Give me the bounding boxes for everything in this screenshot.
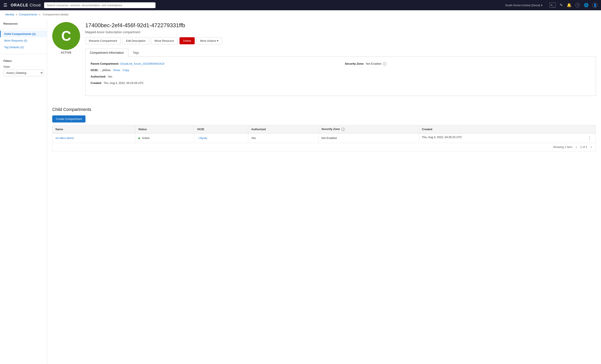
row-created: Thu, Aug 4, 2022, 04:30:23 UTC ⋮ (419, 133, 596, 143)
globe-icon[interactable]: 🌐 (584, 3, 589, 8)
help-icon[interactable]: ? (575, 3, 580, 8)
region-selector[interactable]: South Korea Central (Seoul) ▾ (505, 4, 542, 7)
authorized-value: Yes (108, 75, 112, 78)
delete-button[interactable]: Delete (180, 37, 195, 44)
table-row: oci-dbcs-demo Active ...f4yulq Yes Not E… (52, 133, 596, 143)
state-label: State (3, 65, 43, 68)
row-name-link[interactable]: oci-dbcs-demo (55, 136, 74, 140)
row-status: Active (135, 133, 194, 143)
child-compartments-title: Child Compartments (52, 107, 596, 112)
row-ocid: ...f4yulq (194, 133, 248, 143)
more-actions-button[interactable]: More Actions ▾ (196, 37, 222, 44)
ocid-copy-link[interactable]: Copy (122, 69, 129, 72)
user-icon[interactable]: 👤 (592, 3, 598, 8)
compartment-information-tab-content: Parent Compartment: CloudLink_Azure_2022… (85, 57, 596, 96)
status-active-dot (138, 138, 140, 139)
create-compartment-button[interactable]: Create Compartment (52, 115, 85, 122)
breadcrumb-compartments[interactable]: Compartments (19, 13, 37, 16)
main-content: C ACTIVE 17400bec-2ef4-456f-92d1-4722793… (47, 19, 601, 364)
compartment-description: Mapped Azure Subscription compartment (85, 30, 596, 34)
row-security-zone: Not Enabled (318, 133, 419, 143)
oracle-logo: ORACLE Cloud (11, 3, 41, 8)
authorized-field: Authorized: Yes (90, 75, 336, 78)
header-icon-group: >_ ✎ 🔔 ? 🌐 👤 (549, 3, 598, 8)
edit-description-button[interactable]: Edit Description (122, 37, 149, 44)
terminal-icon[interactable]: >_ (549, 3, 556, 8)
table-header-row: Name Status OCID Authorized Security Zon… (52, 125, 596, 133)
tab-tags[interactable]: Tags (128, 49, 144, 57)
resources-title: Resources (0, 22, 47, 27)
rename-compartment-button[interactable]: Rename Compartment (85, 37, 121, 44)
parent-compartment-label: Parent Compartment: (90, 62, 119, 65)
ocid-show-link[interactable]: Show (113, 69, 120, 72)
security-zone-col-info-icon[interactable]: i (341, 128, 345, 131)
created-field: Created: Thu, Aug 4, 2022, 04:24:29 UTC (90, 81, 336, 85)
info-row-1: Parent Compartment: CloudLink_Azure_2022… (90, 62, 591, 88)
parent-compartment-link[interactable]: CloudLink_Azure_20220804042419 (120, 62, 164, 65)
avatar: C (52, 22, 80, 50)
child-compartments-table: Name Status OCID Authorized Security Zon… (52, 125, 596, 143)
row-name: oci-dbcs-demo (52, 133, 135, 143)
security-zone-label: Security Zone: (345, 62, 364, 65)
avatar-status: ACTIVE (61, 51, 71, 54)
search-input[interactable] (44, 2, 156, 8)
sidebar-filters: Filters State Active | Deleting Active D… (0, 56, 47, 76)
info-col-left: Parent Compartment: CloudLink_Azure_2022… (90, 62, 336, 88)
breadcrumb-current: Compartment details (43, 13, 69, 16)
showing-text: Showing 1 Item (553, 145, 572, 148)
action-buttons: Rename Compartment Edit Description Move… (85, 37, 596, 44)
child-compartments-section: Child Compartments Create Compartment Na… (52, 107, 596, 151)
avatar-wrap: C ACTIVE (52, 22, 80, 54)
row-authorized: Yes (248, 133, 318, 143)
created-value: Thu, Aug 4, 2022, 04:24:29 UTC (104, 81, 144, 85)
compartment-id: 17400bec-2ef4-456f-92d1-472279331ffb (85, 22, 596, 29)
breadcrumb-identity[interactable]: Identity (5, 13, 14, 16)
edit-icon[interactable]: ✎ (560, 3, 563, 8)
table-toolbar: Create Compartment (52, 115, 596, 122)
filters-title: Filters (3, 59, 43, 62)
col-authorized: Authorized (248, 125, 318, 133)
breadcrumb: Identity » Compartments » Compartment de… (0, 10, 601, 19)
header: ☰ ORACLE Cloud South Korea Central (Seou… (0, 0, 601, 10)
main-layout: Resources Child Compartments (1) Work Re… (0, 19, 601, 364)
col-created: Created (419, 125, 596, 133)
page-info: 1 of 1 (580, 145, 587, 148)
authorized-label: Authorized: (90, 75, 106, 78)
parent-compartment-field: Parent Compartment: CloudLink_Azure_2022… (90, 62, 336, 65)
security-zone-field: Security Zone: Not Enabled i (345, 62, 591, 66)
col-security-zone: Security Zone i (318, 125, 419, 133)
tab-compartment-information[interactable]: Compartment Information (85, 49, 128, 57)
ocid-value: ...j66fwa (100, 69, 110, 72)
ocid-label: OCID: (90, 69, 99, 72)
pagination-next-button[interactable]: › (590, 145, 593, 149)
sidebar: Resources Child Compartments (1) Work Re… (0, 19, 47, 364)
sidebar-item-work-requests[interactable]: Work Requests (0) (0, 37, 47, 44)
compartment-info: 17400bec-2ef4-456f-92d1-472279331ffb Map… (85, 22, 596, 103)
col-name: Name (52, 125, 135, 133)
sidebar-item-tag-defaults[interactable]: Tag Defaults (0) (0, 44, 47, 50)
col-status: Status (135, 125, 194, 133)
state-select[interactable]: Active | Deleting Active Deleting Delete… (3, 69, 43, 76)
sidebar-item-child-compartments[interactable]: Child Compartments (1) (0, 31, 47, 37)
tabs: Compartment Information Tags (85, 49, 596, 57)
menu-icon[interactable]: ☰ (3, 3, 7, 8)
security-zone-info-icon[interactable]: i (383, 62, 386, 66)
ocid-field: OCID: ...j66fwa Show Copy (90, 68, 336, 72)
row-action-menu-button[interactable]: ⋮ (587, 136, 593, 141)
created-label: Created: (90, 81, 102, 85)
row-ocid-link[interactable]: ...f4yulq (197, 136, 207, 140)
move-resource-button[interactable]: Move Resource (151, 37, 178, 44)
bell-icon[interactable]: 🔔 (567, 3, 571, 8)
security-zone-value: Not Enabled (366, 62, 381, 65)
info-col-right: Security Zone: Not Enabled i (345, 62, 591, 88)
col-ocid: OCID (194, 125, 248, 133)
compartment-header: C ACTIVE 17400bec-2ef4-456f-92d1-4722793… (52, 19, 596, 107)
table-footer: Showing 1 Item ‹ 1 of 1 › (52, 143, 596, 151)
pagination-prev-button[interactable]: ‹ (575, 145, 578, 149)
